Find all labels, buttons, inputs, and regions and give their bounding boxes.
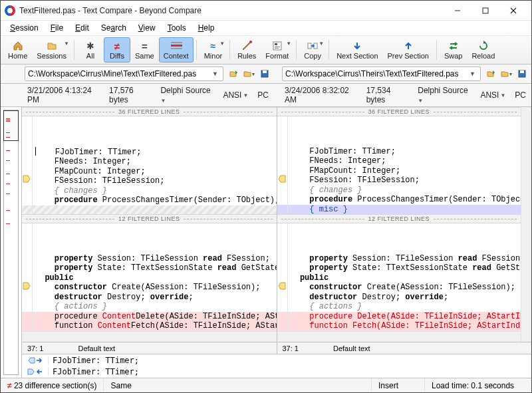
reload-button[interactable]: Reload: [467, 37, 499, 63]
arrow-down-icon: [351, 40, 363, 52]
code-line[interactable]: FMapCount: Integer;: [277, 166, 521, 176]
code-line[interactable]: { changes }: [277, 186, 521, 196]
right-syntax[interactable]: Delphi Source ▼: [418, 86, 471, 104]
infobar: 3/21/2006 4:13:24 PM 17,576 bytes Delphi…: [1, 84, 531, 107]
merge-line-2: FJobTimer: TTimer;: [49, 367, 139, 376]
left-path-input[interactable]: C:\Workspace\Cirrus\Mine\Text\TextFilter…: [25, 66, 223, 81]
code-line[interactable]: constructor Create(ASession: TFileSessio…: [277, 283, 521, 293]
right-code-bottom[interactable]: property Session: TFileSession read FSes…: [277, 223, 521, 331]
menu-help[interactable]: Help: [193, 22, 220, 34]
diff-arrow-icon: [278, 175, 286, 183]
chevron-down-icon[interactable]: ▼: [467, 70, 477, 77]
merge-pane[interactable]: FJobTimer: TTimer; FJobTimer: TTimer;: [22, 354, 531, 378]
sessions-button[interactable]: ▼ Sessions: [32, 37, 71, 63]
rules-button[interactable]: Rules: [233, 37, 261, 63]
right-open-next-button[interactable]: [483, 67, 497, 80]
copy-button[interactable]: ▼ Copy: [299, 37, 326, 63]
right-cursor-pos: 37: 1: [281, 344, 300, 352]
merge-take-left-icon[interactable]: [22, 368, 49, 376]
left-path-pane: C:\Workspace\Cirrus\Mine\Text\TextFilter…: [22, 65, 274, 83]
format-button[interactable]: ▼ Format: [261, 37, 293, 63]
code-line[interactable]: { misc }: [277, 205, 521, 215]
code-line[interactable]: FJobTimer: TTimer;: [22, 147, 277, 158]
left-code-bottom[interactable]: property Session: TFileSession read FSes…: [22, 223, 277, 331]
menu-session[interactable]: Session: [5, 22, 44, 34]
code-line[interactable]: FJobTimer: TTimer;: [277, 147, 521, 157]
all-button[interactable]: ✱ All: [77, 37, 104, 63]
code-line[interactable]: destructor Destroy; override;: [277, 293, 521, 303]
left-browse-button[interactable]: ▾: [242, 67, 255, 80]
code-line[interactable]: [22, 205, 277, 215]
diff-arrow-icon: [23, 282, 31, 290]
minor-button[interactable]: ▼ ≈ Minor: [200, 37, 227, 63]
diffs-button[interactable]: ≠ Diffs: [104, 37, 130, 63]
minimize-button[interactable]: [444, 1, 471, 20]
context-icon: [170, 40, 182, 52]
code-line[interactable]: public: [277, 273, 521, 283]
code-line[interactable]: procedure ContentDelete(ASide: TFileInSi…: [22, 312, 277, 322]
code-line[interactable]: property Session: TFileSession read FSes…: [277, 254, 521, 264]
right-save-button[interactable]: [515, 67, 529, 80]
home-icon: [12, 40, 24, 52]
right-hscroll[interactable]: [277, 331, 521, 342]
pathbar-left-pad: [1, 65, 22, 83]
code-line[interactable]: FSession: TFileSession;: [277, 176, 521, 186]
code-line[interactable]: FNeeds: Integer;: [277, 156, 521, 166]
code-line[interactable]: procedure Delete(ASide: TFileInSide; ASt…: [277, 312, 521, 322]
toolbar: Home ▼ Sessions ✱ All ≠ Diffs = Same: [1, 36, 531, 65]
right-path-input[interactable]: C:\Workspace\Cirrus\Theirs\Text\TextFilt…: [282, 66, 481, 81]
svg-point-7: [249, 41, 252, 43]
code-line[interactable]: { actions }: [22, 302, 277, 312]
merge-take-right-icon[interactable]: [22, 356, 49, 364]
code-line[interactable]: procedure ProcessChangesTimer(Sender: TO…: [277, 195, 521, 205]
close-button[interactable]: [499, 1, 527, 20]
chevron-down-icon[interactable]: ▼: [210, 70, 220, 77]
code-line[interactable]: constructor Create(ASession: TFileSessio…: [22, 283, 277, 293]
next-section-button[interactable]: Next Section: [332, 37, 382, 63]
vscroll[interactable]: [521, 107, 531, 342]
menu-file[interactable]: File: [45, 22, 68, 34]
left-hscroll[interactable]: [22, 331, 277, 342]
right-path-pane: C:\Workspace\Cirrus\Theirs\Text\TextFilt…: [279, 65, 531, 83]
rules-icon: [241, 40, 253, 52]
left-syntax[interactable]: Delphi Source ▼: [160, 86, 213, 104]
code-line[interactable]: destructor Destroy; override;: [22, 293, 277, 303]
thumbnail-column[interactable]: [1, 107, 22, 378]
left-save-button[interactable]: [258, 67, 271, 80]
left-open-next-button[interactable]: [226, 67, 239, 80]
left-lineend[interactable]: PC: [257, 90, 269, 100]
code-line[interactable]: function ContentFetch(ASide: TFileInSide…: [22, 321, 277, 331]
left-encoding[interactable]: ANSI ▼: [223, 90, 248, 100]
home-button[interactable]: Home: [3, 37, 32, 63]
menu-view[interactable]: View: [133, 22, 161, 34]
menu-search[interactable]: Search: [96, 22, 132, 34]
code-line[interactable]: public: [22, 273, 277, 283]
context-button[interactable]: Context: [159, 37, 194, 63]
menu-tools[interactable]: Tools: [162, 22, 192, 34]
titlebar[interactable]: TextFiltered.pas - Text Compare - Beyond…: [1, 1, 531, 21]
right-lineend[interactable]: PC: [515, 90, 526, 100]
code-line[interactable]: procedure Insert(ASide: TFileInSide; var…: [277, 331, 521, 332]
same-button[interactable]: = Same: [130, 37, 159, 63]
menu-edit[interactable]: Edit: [70, 22, 94, 34]
right-code-top[interactable]: FJobTimer: TTimer; FNeeds: Integer; FMap…: [277, 116, 521, 214]
svg-rect-4: [171, 42, 182, 43]
code-line[interactable]: { actions }: [277, 302, 521, 312]
code-line[interactable]: FMapCount: Integer;: [22, 167, 277, 177]
code-line[interactable]: property State: TTextSessionState read G…: [277, 263, 521, 273]
code-line[interactable]: { changes }: [22, 186, 277, 196]
code-line[interactable]: procedure ContentInsert(ASide: TFileInSi…: [22, 331, 277, 332]
code-line[interactable]: property Session: TFileSession read FSes…: [22, 254, 277, 264]
code-line[interactable]: function Fetch(ASide: TFileInSide; AStar…: [277, 321, 521, 331]
code-line[interactable]: FNeeds: Integer;: [22, 157, 277, 167]
code-line[interactable]: property State: TTextSessionState read G…: [22, 263, 277, 273]
right-browse-button[interactable]: ▾: [499, 67, 513, 80]
swap-button[interactable]: Swap: [440, 37, 467, 63]
prev-section-button[interactable]: Prev Section: [383, 37, 434, 63]
maximize-button[interactable]: [471, 1, 499, 20]
compare-main: 36 FILTERED LINES FJobTimer: TTimer; FNe…: [1, 107, 531, 378]
left-code-top[interactable]: FJobTimer: TTimer; FNeeds: Integer; FMap…: [22, 116, 277, 214]
code-line[interactable]: procedure ProcessChangesTimer(Sender: TO…: [22, 196, 277, 205]
code-line[interactable]: FSession: TFileSession;: [22, 176, 277, 186]
right-encoding[interactable]: ANSI ▼: [480, 90, 505, 100]
